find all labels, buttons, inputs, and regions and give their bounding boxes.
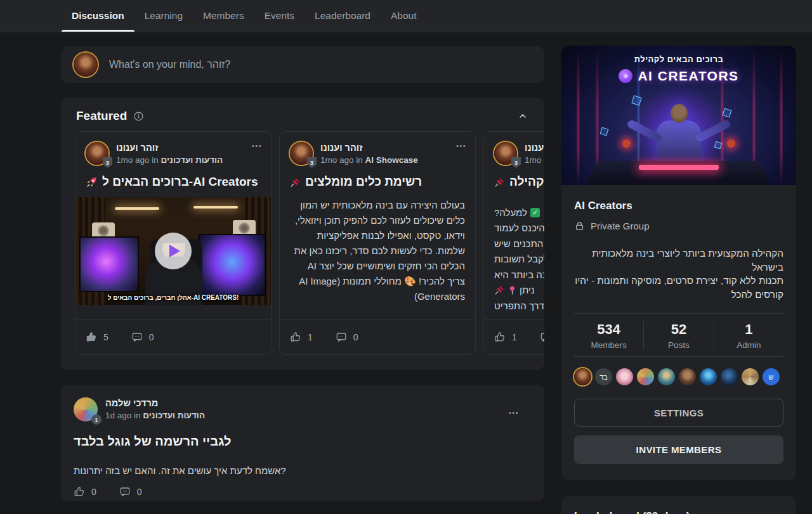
stat-admin: 1Admin bbox=[714, 321, 783, 350]
post-title[interactable]: ברוכים הבאים ל-AI Creators bbox=[86, 175, 261, 189]
tab-discussion[interactable]: Discussion bbox=[62, 0, 134, 32]
collapse-featured-button[interactable] bbox=[516, 110, 529, 122]
comment-button[interactable]: 0 bbox=[131, 331, 154, 343]
floating-cube bbox=[722, 108, 731, 117]
author-avatar[interactable]: 1 bbox=[74, 397, 98, 421]
floating-cube bbox=[600, 127, 609, 136]
post-body-line: ✓למעלה? bbox=[494, 205, 544, 221]
like-button[interactable]: 1 bbox=[494, 331, 517, 343]
member-avatar[interactable] bbox=[574, 368, 591, 385]
member-avatar[interactable]: בד bbox=[595, 368, 612, 385]
post-body-line: בה ביותר היא bbox=[494, 267, 544, 283]
tab-about[interactable]: About bbox=[381, 0, 427, 32]
member-avatar[interactable] bbox=[721, 368, 738, 385]
play-button-icon[interactable] bbox=[155, 233, 192, 269]
member-avatar[interactable] bbox=[658, 368, 675, 385]
tab-events[interactable]: Events bbox=[254, 0, 304, 32]
group-name: AI Creators bbox=[574, 200, 783, 212]
comment-icon bbox=[131, 331, 143, 343]
banner-brand-text: AI CREATORS bbox=[638, 68, 738, 84]
featured-post-card[interactable]: 3 זוהר וענונו 1mo ago in קהילה ✓למעלה?הי… bbox=[483, 131, 544, 355]
author-name[interactable]: זוהר וענונו bbox=[320, 143, 418, 153]
author-avatar[interactable]: 3 bbox=[494, 142, 517, 165]
settings-button[interactable]: SETTINGS bbox=[574, 399, 783, 427]
stat-members: 534Members bbox=[574, 321, 643, 350]
member-avatar[interactable] bbox=[679, 368, 696, 385]
member-avatar[interactable] bbox=[637, 368, 654, 385]
featured-post-card[interactable]: 3 זוהר וענונו 1mo ago in AI Showcase •••… bbox=[279, 131, 476, 355]
current-user-avatar[interactable] bbox=[74, 53, 98, 77]
post-body-line: היכנס לעמוד bbox=[494, 221, 544, 236]
thumbs-up-icon bbox=[74, 486, 85, 498]
post-title[interactable]: קהילה bbox=[494, 175, 544, 189]
invite-members-button[interactable]: INVITE MEMBERS bbox=[574, 435, 783, 464]
banner-keyboard bbox=[639, 165, 719, 170]
like-button[interactable]: 5 bbox=[86, 331, 108, 343]
video-caption: אהלן חברים, ברוכים הבאים ל-AI CREATORS! bbox=[75, 294, 271, 301]
post-body: אשמח לדעת איך עושים את זה. והאם יש בזה י… bbox=[74, 465, 532, 476]
group-info-card: ברוכים הבאים לקהילת ✳ AI CREATORS AI Cre… bbox=[561, 46, 796, 480]
level-badge: 3 bbox=[103, 157, 112, 168]
like-button[interactable]: 1 bbox=[290, 331, 313, 343]
like-button[interactable]: 0 bbox=[74, 486, 96, 498]
author-avatar[interactable]: 3 bbox=[290, 142, 313, 165]
stat-posts: 52Posts bbox=[643, 321, 713, 350]
member-avatar[interactable] bbox=[700, 368, 717, 385]
featured-post-card[interactable]: 3 זוהר וענונו 1mo ago in הודעות ועדכונים… bbox=[75, 131, 272, 355]
divider bbox=[574, 356, 783, 357]
post-body-line: לקבל תשובות bbox=[494, 252, 544, 267]
banner-light-streak bbox=[577, 46, 579, 185]
author-avatar[interactable]: 3 bbox=[86, 142, 108, 165]
video-thumbnail[interactable]: אהלן חברים, ברוכים הבאים ל-AI CREATORS! bbox=[75, 197, 271, 305]
author-name[interactable]: מרדכי שלמה bbox=[105, 398, 205, 408]
post-title[interactable]: רשימת כלים מומלצים bbox=[290, 175, 465, 189]
post-title[interactable]: לגביי הרשמה של גוגל בלבד bbox=[74, 434, 532, 449]
comment-icon bbox=[336, 331, 347, 343]
comment-button[interactable]: 0 bbox=[336, 331, 358, 343]
group-tabs: DiscussionLearningMembersEventsLeaderboa… bbox=[0, 0, 812, 32]
space-name[interactable]: הודעות ועדכונים bbox=[161, 155, 223, 165]
post-card[interactable]: 1 מרדכי שלמה 1d ago in הודעות ועדכונים •… bbox=[61, 385, 544, 501]
group-description: הקהילה המקצועית ביותר ליוצרי בינה מלאכות… bbox=[574, 247, 783, 301]
stat-value: 534 bbox=[574, 321, 643, 338]
member-avatar[interactable]: ש bbox=[763, 368, 780, 385]
studio-light bbox=[193, 206, 238, 209]
post-body: ✓למעלה?היכנס לעמודהתכנים שישלקבל תשובותב… bbox=[494, 205, 544, 314]
space-name[interactable]: הודעות ועדכונים bbox=[143, 411, 205, 420]
info-icon[interactable] bbox=[133, 111, 144, 122]
comment-button[interactable]: 0 bbox=[119, 486, 142, 498]
post-meta: 1mo ago in AI Showcase bbox=[320, 155, 418, 165]
banner-figure-head bbox=[671, 104, 688, 123]
member-avatar[interactable] bbox=[616, 368, 633, 385]
member-avatar[interactable] bbox=[742, 368, 759, 385]
check-icon: ✓ bbox=[530, 208, 540, 217]
post-meta: 1mo ago in bbox=[525, 155, 544, 165]
leaderboard-title: Leaderboard (30-days) bbox=[574, 510, 783, 514]
banner-light-streak bbox=[780, 46, 782, 185]
post-body-line: ניתן bbox=[494, 283, 544, 299]
tab-members[interactable]: Members bbox=[193, 0, 254, 32]
thumbs-up-icon bbox=[494, 331, 506, 343]
author-name[interactable]: זוהר וענונו bbox=[116, 143, 223, 153]
post-composer[interactable]: What's on your mind, זוהר? bbox=[61, 46, 544, 83]
group-stats: 534Members52Posts1Admin bbox=[574, 314, 783, 356]
space-name[interactable]: AI Showcase bbox=[365, 155, 418, 165]
comment-button[interactable]: 0 bbox=[540, 331, 544, 343]
stat-label: Posts bbox=[644, 340, 713, 350]
leaderboard-card: Leaderboard (30-days) bbox=[561, 496, 796, 514]
stat-value: 1 bbox=[714, 321, 783, 338]
monitor-left bbox=[79, 236, 139, 292]
floating-cube bbox=[631, 95, 641, 105]
stat-value: 52 bbox=[644, 321, 713, 338]
post-menu-button[interactable]: ••• bbox=[456, 142, 466, 150]
tab-leaderboard[interactable]: Leaderboard bbox=[304, 0, 381, 32]
author-name[interactable]: זוהר וענונו bbox=[525, 143, 544, 153]
banner-figure-hand bbox=[727, 139, 735, 148]
stat-label: Admin bbox=[714, 340, 783, 350]
tab-learning[interactable]: Learning bbox=[134, 0, 193, 32]
post-menu-button[interactable]: ••• bbox=[509, 409, 519, 416]
post-meta: 1d ago in הודעות ועדכונים bbox=[105, 411, 205, 420]
banner-welcome-text: ברוכים הבאים לקהילת bbox=[561, 55, 796, 64]
group-banner: ברוכים הבאים לקהילת ✳ AI CREATORS bbox=[561, 46, 796, 185]
post-menu-button[interactable]: ••• bbox=[252, 142, 262, 150]
